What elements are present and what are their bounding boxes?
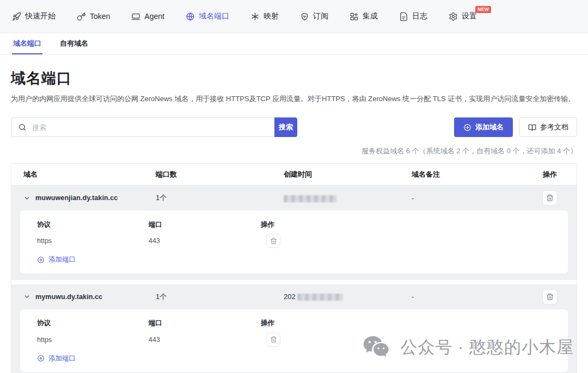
sub-col-port: 端口 bbox=[149, 319, 261, 328]
page-title: 域名端口 bbox=[11, 69, 577, 88]
top-nav: 快速开始 Token Agent 域名端口 映射 订阅 集成 bbox=[0, 0, 588, 33]
plus-circle-icon bbox=[37, 355, 45, 362]
port-count: 1个 bbox=[156, 193, 284, 203]
toolbar: 搜索 添加域名 参考文档 bbox=[11, 117, 577, 137]
ports-panel: 协议 端口 操作 https 443 bbox=[20, 309, 568, 372]
delete-domain-button[interactable] bbox=[542, 190, 558, 206]
add-port-label: 添加端口 bbox=[48, 255, 76, 264]
port-count: 1个 bbox=[156, 292, 284, 302]
sub-col-protocol: 协议 bbox=[37, 220, 149, 229]
nav-item-subscribe[interactable]: 订阅 bbox=[300, 11, 328, 21]
domain-row-group: mymuwu.dy.takin.cc 1个 202 - 协议 端口 操作 bbox=[11, 284, 577, 373]
nav-item-quick-start[interactable]: 快速开始 bbox=[12, 11, 56, 21]
port-protocol: https bbox=[37, 237, 149, 245]
port-protocol: https bbox=[37, 336, 149, 344]
nav-label: 集成 bbox=[363, 11, 378, 21]
port-number: 443 bbox=[149, 336, 261, 344]
chevron-down-icon[interactable] bbox=[23, 195, 30, 202]
add-domain-label: 添加域名 bbox=[475, 122, 504, 132]
log-file-icon bbox=[399, 12, 408, 21]
chevron-down-icon[interactable] bbox=[23, 293, 30, 300]
sub-col-port: 端口 bbox=[149, 220, 261, 229]
nav-label: Token bbox=[90, 12, 110, 21]
add-port-link[interactable]: 添加端口 bbox=[37, 255, 76, 264]
nav-item-token[interactable]: Token bbox=[77, 12, 110, 21]
plus-circle-icon bbox=[463, 123, 471, 132]
nav-item-mapping[interactable]: 映射 bbox=[250, 11, 279, 21]
new-badge: NEW bbox=[475, 6, 491, 13]
col-actions: 操作 bbox=[535, 170, 565, 179]
port-row: https 443 bbox=[20, 232, 568, 250]
table-row: muwuwenjian.dy.takin.cc 1个 - bbox=[11, 185, 577, 210]
tab-domain-port[interactable]: 域名端口 bbox=[12, 33, 42, 54]
rocket-icon bbox=[12, 12, 21, 21]
created-at-redacted bbox=[284, 194, 412, 202]
search-input[interactable] bbox=[11, 117, 274, 137]
globe-icon bbox=[186, 12, 195, 21]
delete-port-button[interactable] bbox=[266, 333, 280, 347]
nav-item-integration[interactable]: 集成 bbox=[350, 11, 378, 21]
nav-label: Agent bbox=[144, 12, 164, 21]
docs-button[interactable]: 参考文档 bbox=[519, 117, 577, 137]
page-description: 为用户的内网应用提供全球可访问的公网 ZeroNews 域名，用于接收 HTTP… bbox=[11, 94, 577, 104]
search-group: 搜索 bbox=[11, 117, 297, 137]
tab-own-domain[interactable]: 自有域名 bbox=[59, 33, 89, 54]
plus-circle-icon bbox=[37, 256, 45, 264]
search-button[interactable]: 搜索 bbox=[274, 117, 297, 137]
port-row: https 443 bbox=[20, 331, 568, 349]
table-row: mymuwu.dy.takin.cc 1个 202 - bbox=[11, 284, 577, 309]
col-remark: 域名备注 bbox=[412, 170, 535, 179]
book-icon bbox=[528, 123, 536, 132]
nav-item-logs[interactable]: 日志 bbox=[399, 11, 427, 21]
nav-label: 订阅 bbox=[313, 11, 328, 21]
domain-table: 域名 端口数 创建时间 域名备注 操作 muwuwenjian.dy.takin… bbox=[11, 163, 577, 373]
col-domain: 域名 bbox=[23, 170, 156, 179]
sub-col-actions: 操作 bbox=[261, 319, 568, 328]
domain-remark: - bbox=[412, 194, 535, 202]
sub-col-actions: 操作 bbox=[261, 220, 568, 229]
add-port-label: 添加端口 bbox=[48, 354, 76, 363]
domain-name: muwuwenjian.dy.takin.cc bbox=[35, 194, 118, 202]
nav-label: 快速开始 bbox=[25, 11, 56, 21]
search-icon bbox=[18, 123, 27, 132]
nav-label: 映射 bbox=[264, 11, 279, 21]
docs-label: 参考文档 bbox=[540, 122, 568, 132]
key-icon bbox=[77, 12, 86, 21]
table-header: 域名 端口数 创建时间 域名备注 操作 bbox=[11, 164, 577, 185]
main-content: 域名端口 为用户的内网应用提供全球可访问的公网 ZeroNews 域名，用于接收… bbox=[0, 69, 588, 373]
add-domain-button[interactable]: 添加域名 bbox=[454, 117, 513, 137]
col-created-at: 创建时间 bbox=[284, 170, 412, 179]
nav-label: 域名端口 bbox=[199, 11, 229, 21]
quota-text: 服务权益域名 6 个（系统域名 2 个，自有域名 0 个，还可添加 4 个） bbox=[11, 146, 577, 156]
created-at-redacted: 202 bbox=[284, 293, 412, 301]
subscribe-shield-icon bbox=[300, 12, 309, 21]
gear-icon bbox=[449, 12, 458, 21]
nav-label: 设置 bbox=[462, 11, 477, 21]
nav-item-agent[interactable]: Agent bbox=[131, 12, 164, 21]
tab-bar: 域名端口 自有域名 bbox=[0, 33, 588, 55]
laptop-icon bbox=[131, 12, 140, 21]
domain-name: mymuwu.dy.takin.cc bbox=[35, 293, 102, 301]
integration-grid-icon bbox=[350, 12, 359, 21]
nav-item-domain-port[interactable]: 域名端口 bbox=[186, 11, 229, 21]
ports-header: 协议 端口 操作 bbox=[20, 217, 568, 232]
nav-label: 日志 bbox=[412, 11, 427, 21]
domain-row-group: muwuwenjian.dy.takin.cc 1个 - 协议 端口 操作 bbox=[11, 185, 577, 280]
domain-remark: - bbox=[412, 293, 535, 301]
col-port-count: 端口数 bbox=[156, 170, 284, 179]
delete-domain-button[interactable] bbox=[542, 289, 558, 304]
ports-panel: 协议 端口 操作 https 443 bbox=[20, 210, 568, 273]
nav-item-settings[interactable]: 设置 NEW bbox=[449, 11, 477, 21]
mapping-icon bbox=[250, 12, 260, 21]
toolbar-right: 添加域名 参考文档 bbox=[454, 117, 577, 137]
port-number: 443 bbox=[149, 237, 261, 245]
delete-port-button[interactable] bbox=[266, 234, 280, 248]
sub-col-protocol: 协议 bbox=[37, 319, 149, 328]
add-port-link[interactable]: 添加端口 bbox=[37, 354, 76, 363]
ports-header: 协议 端口 操作 bbox=[20, 316, 568, 331]
